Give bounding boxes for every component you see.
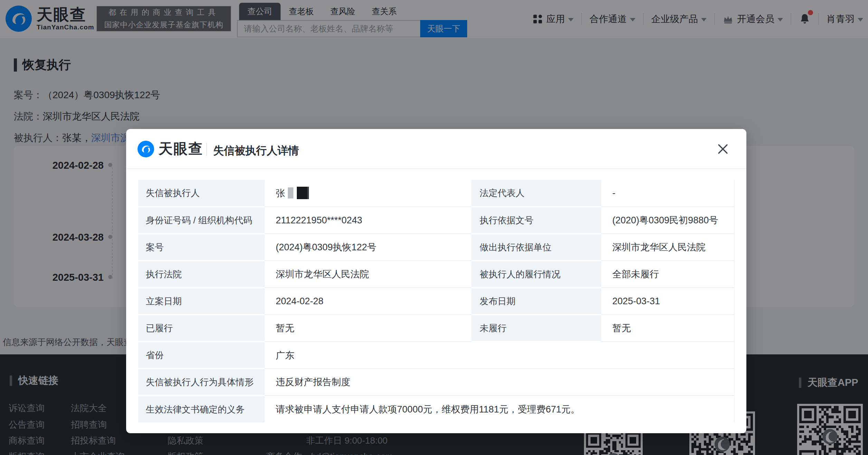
field-value: 2025-03-31 <box>601 288 734 315</box>
field-value: - <box>601 180 734 207</box>
field-label: 立案日期 <box>138 288 265 315</box>
field-value: 违反财产报告制度 <box>265 369 734 396</box>
field-label: 执行依据文号 <box>472 207 601 234</box>
field-label: 身份证号码 / 组织机构代码 <box>138 207 265 234</box>
table-row: 已履行 暂无 未履行 暂无 <box>138 315 734 342</box>
field-label: 执行法院 <box>138 261 265 288</box>
field-value: 全部未履行 <box>601 261 734 288</box>
table-row: 省份 广东 <box>138 342 734 369</box>
divider <box>206 143 207 156</box>
field-label: 失信被执行人 <box>138 180 265 207</box>
close-icon[interactable] <box>716 142 730 156</box>
redacted-text-block <box>288 187 293 198</box>
table-row: 生效法律文书确定的义务 请求被申请人支付申请人款项70000元，维权费用1181… <box>138 396 734 423</box>
field-value: 深圳市龙华区人民法院 <box>601 234 734 261</box>
field-value: 张 <box>265 180 472 207</box>
field-value: 深圳市龙华区人民法院 <box>265 261 472 288</box>
table-row: 失信被执行人 张 法定代表人 - <box>138 180 734 207</box>
screen: 天眼查 TianYanCha.com 都在用的商业查询工具 国家中小企业发展子基… <box>0 0 868 455</box>
table-row: 立案日期 2024-02-28 发布日期 2025-03-31 <box>138 288 734 315</box>
field-label: 失信被执行人行为具体情形 <box>138 369 265 396</box>
field-value: (2020)粤0309民初9880号 <box>601 207 734 234</box>
table-row: 执行法院 深圳市龙华区人民法院 被执行人的履行情况 全部未履行 <box>138 261 734 288</box>
field-label: 被执行人的履行情况 <box>472 261 601 288</box>
modal-brand-name: 天眼查 <box>159 139 203 158</box>
field-value: 2112221950****0243 <box>265 207 472 234</box>
table-row: 失信被执行人行为具体情形 违反财产报告制度 <box>138 369 734 396</box>
field-label: 法定代表人 <box>472 180 601 207</box>
field-value: 请求被申请人支付申请人款项70000元，维权费用1181元，受理费671元。 <box>265 396 734 423</box>
dishonest-debtor-modal: 天眼查 失信被执行人详情 失信被执行人 张 法定代表人 - 身份证号码 / 组织… <box>126 129 746 433</box>
field-label: 省份 <box>138 342 265 369</box>
tianyancha-swirl-icon <box>138 141 154 157</box>
field-label: 生效法律文书确定的义务 <box>138 396 265 423</box>
field-label: 做出执行依据单位 <box>472 234 601 261</box>
field-value: 广东 <box>265 342 734 369</box>
field-label: 案号 <box>138 234 265 261</box>
field-value: 2024-02-28 <box>265 288 472 315</box>
field-label: 发布日期 <box>472 288 601 315</box>
field-value: (2024)粤0309执恢122号 <box>265 234 472 261</box>
field-label: 已履行 <box>138 315 265 342</box>
field-value: 暂无 <box>601 315 734 342</box>
modal-title: 失信被执行人详情 <box>213 143 299 158</box>
field-value: 暂无 <box>265 315 472 342</box>
redacted-name-prefix: 张 <box>276 188 285 198</box>
redacted-text-block <box>297 187 309 199</box>
table-row: 案号 (2024)粤0309执恢122号 做出执行依据单位 深圳市龙华区人民法院 <box>138 234 734 261</box>
field-label: 未履行 <box>472 315 601 342</box>
detail-table: 失信被执行人 张 法定代表人 - 身份证号码 / 组织机构代码 21122219… <box>138 180 735 423</box>
table-row: 身份证号码 / 组织机构代码 2112221950****0243 执行依据文号… <box>138 207 734 234</box>
modal-header: 天眼查 失信被执行人详情 <box>126 129 746 169</box>
